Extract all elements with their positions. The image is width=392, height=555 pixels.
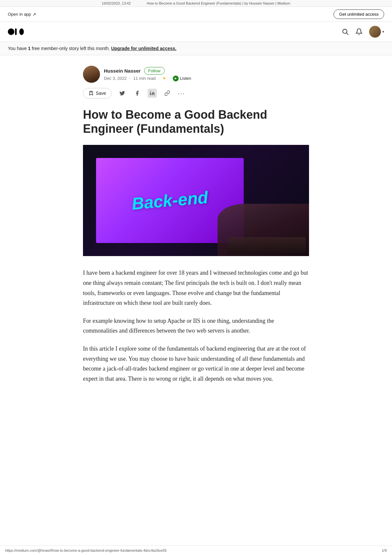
article-paragraph-2: For example knowing how to setup Apache … bbox=[83, 316, 309, 336]
medium-logo-svg bbox=[8, 26, 26, 37]
avatar-image bbox=[369, 26, 381, 38]
author-avatar-image bbox=[83, 66, 100, 83]
browser-datetime: 16/02/2023, 13:42 bbox=[102, 1, 131, 5]
more-options-button[interactable]: ··· bbox=[178, 90, 185, 97]
search-button[interactable] bbox=[342, 28, 349, 35]
facebook-share-button[interactable] bbox=[133, 89, 142, 98]
facebook-icon bbox=[134, 90, 140, 96]
article-paragraph-3: In this article I explore some of the fu… bbox=[83, 344, 309, 384]
navbar: ▾ bbox=[0, 22, 392, 42]
twitter-icon bbox=[119, 90, 125, 96]
svg-line-4 bbox=[347, 33, 349, 35]
svg-point-8 bbox=[150, 91, 151, 92]
article-date: Dec 3, 2022 bbox=[104, 76, 127, 81]
svg-rect-7 bbox=[150, 93, 151, 95]
save-button[interactable]: Save bbox=[83, 88, 112, 98]
browser-bar: 16/02/2023, 13:42 How to Become a Good B… bbox=[0, 0, 392, 7]
article-read-time: 11 min read bbox=[133, 76, 156, 81]
meta-separator-1: · bbox=[129, 76, 131, 81]
get-unlimited-button[interactable]: Get unlimited access bbox=[334, 9, 384, 19]
svg-point-3 bbox=[343, 29, 347, 33]
bell-icon bbox=[355, 28, 363, 35]
linkedin-icon bbox=[150, 91, 155, 96]
author-name-row: Hussein Nasser Follow bbox=[104, 67, 191, 75]
profile-chevron-icon: ▾ bbox=[382, 29, 384, 34]
profile-menu[interactable]: ▾ bbox=[369, 26, 384, 38]
article-container: Hussein Nasser Follow Dec 3, 2022 · 11 m… bbox=[75, 55, 317, 411]
meta-separator-2: · bbox=[158, 76, 159, 81]
twitter-share-button[interactable] bbox=[118, 89, 127, 98]
hero-hand-area bbox=[218, 191, 309, 256]
author-info: Hussein Nasser Follow Dec 3, 2022 · 11 m… bbox=[104, 67, 191, 81]
free-count: 1 bbox=[28, 46, 31, 51]
avatar[interactable] bbox=[369, 26, 381, 38]
top-banner: Open in app ↗ Get unlimited access bbox=[0, 7, 392, 22]
follow-button[interactable]: Follow bbox=[144, 67, 165, 75]
free-member-text: You have 1 free member-only story left t… bbox=[8, 46, 176, 51]
external-link-icon: ↗ bbox=[32, 12, 36, 17]
nav-icons: ▾ bbox=[342, 26, 384, 38]
listen-button[interactable]: Listen bbox=[173, 76, 191, 81]
hero-keyboard bbox=[227, 237, 306, 253]
svg-point-2 bbox=[19, 28, 24, 35]
upgrade-link[interactable]: Upgrade for unlimited access. bbox=[111, 46, 176, 51]
listen-play-icon bbox=[173, 76, 179, 81]
author-name: Hussein Nasser bbox=[104, 68, 141, 74]
open-in-app-link[interactable]: Open in app ↗ bbox=[8, 12, 36, 17]
free-member-banner: You have 1 free member-only story left t… bbox=[0, 42, 392, 55]
svg-point-0 bbox=[8, 28, 14, 35]
copy-link-button[interactable] bbox=[163, 89, 172, 98]
link-icon bbox=[164, 90, 170, 96]
hero-image: Back-end bbox=[83, 145, 309, 256]
article-body: I have been a backend engineer for over … bbox=[83, 268, 309, 384]
article-paragraph-1: I have been a backend engineer for over … bbox=[83, 268, 309, 308]
hero-image-inner: Back-end bbox=[83, 145, 309, 256]
listen-label: Listen bbox=[180, 76, 191, 81]
notifications-button[interactable] bbox=[355, 28, 363, 35]
medium-logo[interactable] bbox=[8, 26, 26, 37]
browser-title: How to Become a Good Backend Engineer (F… bbox=[147, 1, 290, 5]
bookmark-icon bbox=[89, 91, 94, 96]
hero-text: Back-end bbox=[131, 187, 209, 214]
meta-separator-3: · bbox=[169, 76, 170, 81]
membership-star-icon: ✦ bbox=[162, 75, 166, 81]
article-title: How to Become a Good Backend Engineer (F… bbox=[83, 108, 309, 136]
article-meta: Dec 3, 2022 · 11 min read · ✦ · Listen bbox=[104, 75, 191, 81]
linkedin-share-button[interactable] bbox=[148, 89, 157, 98]
search-icon bbox=[342, 28, 349, 35]
save-label: Save bbox=[96, 91, 106, 96]
open-in-app-text: Open in app bbox=[8, 12, 31, 17]
action-bar: Save ··· bbox=[83, 88, 309, 98]
author-row: Hussein Nasser Follow Dec 3, 2022 · 11 m… bbox=[83, 66, 309, 83]
author-avatar bbox=[83, 66, 100, 83]
svg-rect-1 bbox=[15, 28, 17, 35]
